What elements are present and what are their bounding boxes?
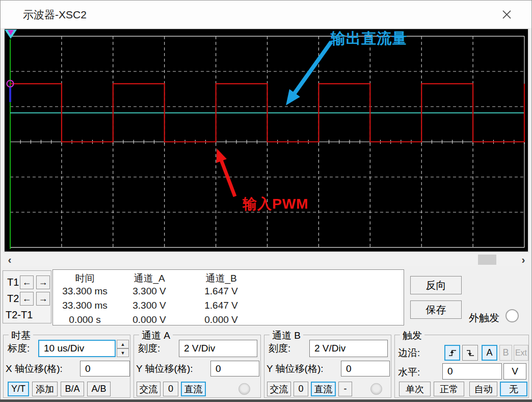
channel-a-scale-label: 刻度: bbox=[138, 342, 160, 355]
scroll-left-icon[interactable]: ‹ bbox=[4, 254, 15, 266]
trigger-auto-button[interactable]: 自动 bbox=[469, 382, 497, 396]
channel-b-zero-button[interactable]: 0 bbox=[294, 382, 308, 396]
horizontal-scrollbar[interactable]: ‹ › bbox=[2, 253, 530, 266]
ab-mode-button[interactable]: A/B bbox=[87, 382, 111, 396]
col-header-time: 时间 bbox=[53, 272, 117, 284]
channel-a-group: 通道 A 刻度: 2 V/Div Y 轴位移(格): 0 交流 0 直流 bbox=[134, 335, 261, 398]
ext-trigger-label: 外触发 bbox=[469, 311, 499, 325]
cursor-t1-label: T1 bbox=[7, 277, 19, 288]
t2-left-button[interactable]: ← bbox=[20, 292, 34, 306]
channel-a-led bbox=[238, 383, 250, 395]
cursor-controls: T1 ← → T2 ← → T2-T1 bbox=[3, 270, 51, 323]
channel-a-ac-button[interactable]: 交流 bbox=[137, 382, 161, 396]
yt-mode-button[interactable]: Y/T bbox=[8, 382, 29, 396]
channel-a-scale-field[interactable]: 2 V/Div bbox=[179, 340, 257, 357]
scroll-right-icon[interactable]: › bbox=[518, 254, 529, 266]
channel-b-minus-button[interactable]: - bbox=[338, 382, 352, 396]
level-label: 水平: bbox=[398, 366, 420, 379]
channel-b-group: 通道 B 刻度: 2 V/Div Y 轴位移(格): 0 交流 0 直流 - bbox=[264, 335, 391, 398]
timebase-group: 时基 标度: 10 us/Div ▲ ▼ X 轴位移(格): 0 Y/T 添加 … bbox=[3, 335, 130, 398]
trigger-source-a-button[interactable]: A bbox=[482, 345, 497, 361]
channel-a-y-offset-label: Y 轴位移(格): bbox=[136, 362, 193, 375]
t2t1-time: 0.000 s bbox=[53, 314, 117, 326]
channel-b-dc-button[interactable]: 直流 bbox=[311, 382, 336, 396]
channel-b-led bbox=[370, 383, 382, 395]
ba-mode-button[interactable]: B/A bbox=[61, 382, 84, 396]
pwm-input-arrow bbox=[221, 159, 235, 196]
oscilloscope-window: 示波器-XSC2 bbox=[0, 0, 532, 402]
trigger-single-button[interactable]: 单次 bbox=[399, 382, 431, 396]
dc-output-arrow bbox=[293, 42, 331, 95]
t1-left-button[interactable]: ← bbox=[20, 275, 34, 289]
timebase-scale-field[interactable]: 10 us/Div bbox=[38, 340, 116, 357]
spinner-up-icon[interactable]: ▲ bbox=[117, 340, 129, 348]
edge-label: 边沿: bbox=[398, 346, 420, 360]
scope-graticule bbox=[5, 29, 528, 252]
window-bottom-edge bbox=[0, 399, 532, 402]
channel-a-zero-button[interactable]: 0 bbox=[163, 382, 178, 396]
t1-channel-a: 3.300 V bbox=[117, 286, 182, 298]
title-bar: 示波器-XSC2 bbox=[1, 1, 531, 28]
channel-b-scale-field[interactable]: 2 V/Div bbox=[309, 340, 388, 357]
ext-trigger-led bbox=[506, 309, 519, 322]
window-title: 示波器-XSC2 bbox=[23, 8, 87, 22]
channel-b-y-offset-field[interactable]: 0 bbox=[341, 361, 390, 376]
table-row: 33.300 ms 3.300 V 1.647 V bbox=[53, 300, 404, 312]
rising-edge-icon bbox=[448, 348, 457, 358]
trigger-group: 触发 边沿: A B Ext 水平: 0 V 单次 正常 自动 无 bbox=[394, 335, 529, 398]
t1-channel-b: 1.647 V bbox=[187, 286, 255, 298]
timebase-title: 时基 bbox=[9, 329, 33, 342]
spinner-down-icon[interactable]: ▼ bbox=[117, 348, 129, 357]
x-offset-field[interactable]: 0 bbox=[80, 361, 130, 376]
t1-time: 33.300 ms bbox=[53, 286, 117, 298]
cursor-t2t1-label: T2-T1 bbox=[6, 309, 33, 321]
t2-channel-b: 1.647 V bbox=[187, 300, 255, 312]
trigger-source-b-button[interactable]: B bbox=[499, 345, 512, 361]
trigger-source-ext-button[interactable]: Ext bbox=[514, 345, 528, 361]
x-offset-label: X 轴位移(格): bbox=[6, 362, 63, 375]
channel-b-ac-button[interactable]: 交流 bbox=[267, 382, 291, 396]
edge-rising-button[interactable] bbox=[444, 345, 460, 361]
measurement-table: 时间 通道_A 通道_B 33.300 ms 3.300 V 1.647 V 3… bbox=[52, 269, 404, 325]
save-button[interactable]: 保存 bbox=[410, 300, 462, 319]
channel-b-scale-label: 刻度: bbox=[269, 342, 290, 355]
table-row: 33.300 ms 3.300 V 1.647 V bbox=[53, 286, 404, 298]
channel-a-y-offset-field[interactable]: 0 bbox=[210, 361, 259, 376]
channel-a-dc-button[interactable]: 直流 bbox=[181, 382, 206, 396]
reverse-button[interactable]: 反向 bbox=[410, 276, 462, 294]
t2t1-channel-a: 0.000 V bbox=[117, 314, 182, 326]
cursor-handle-t1[interactable] bbox=[5, 30, 17, 39]
cursor-t2-label: T2 bbox=[7, 293, 19, 305]
edge-falling-button[interactable] bbox=[462, 345, 478, 361]
table-row: 0.000 s 0.000 V 0.000 V bbox=[53, 314, 404, 326]
add-mode-button[interactable]: 添加 bbox=[32, 382, 58, 396]
trigger-normal-button[interactable]: 正常 bbox=[434, 382, 464, 396]
trigger-none-button[interactable]: 无 bbox=[500, 382, 527, 396]
trigger-level-unit-select[interactable]: V bbox=[503, 363, 526, 380]
scope-display bbox=[4, 28, 529, 253]
channel-b-y-offset-label: Y 轴位移(格): bbox=[267, 362, 324, 375]
annotation-pwm-input: 输入PWM bbox=[243, 194, 308, 214]
channel-b-title: 通道 B bbox=[270, 329, 303, 342]
close-icon bbox=[502, 10, 511, 19]
col-header-channel-a: 通道_A bbox=[117, 272, 182, 284]
t2-channel-a: 3.300 V bbox=[117, 300, 182, 312]
trigger-title: 触发 bbox=[400, 329, 424, 342]
scale-label: 标度: bbox=[8, 342, 30, 355]
t1-right-button[interactable]: → bbox=[36, 275, 50, 289]
close-button[interactable] bbox=[495, 6, 518, 23]
t2t1-channel-b: 0.000 V bbox=[187, 314, 255, 326]
t2-right-button[interactable]: → bbox=[36, 292, 50, 306]
scrollbar-thumb[interactable] bbox=[478, 255, 496, 265]
channel-a-title: 通道 A bbox=[139, 329, 173, 342]
col-header-channel-b: 通道_B bbox=[187, 272, 255, 284]
t2-time: 33.300 ms bbox=[53, 300, 117, 312]
annotation-dc-output: 输出直流量 bbox=[331, 29, 407, 49]
trigger-level-field[interactable]: 0 bbox=[442, 363, 502, 380]
falling-edge-icon bbox=[466, 348, 475, 358]
